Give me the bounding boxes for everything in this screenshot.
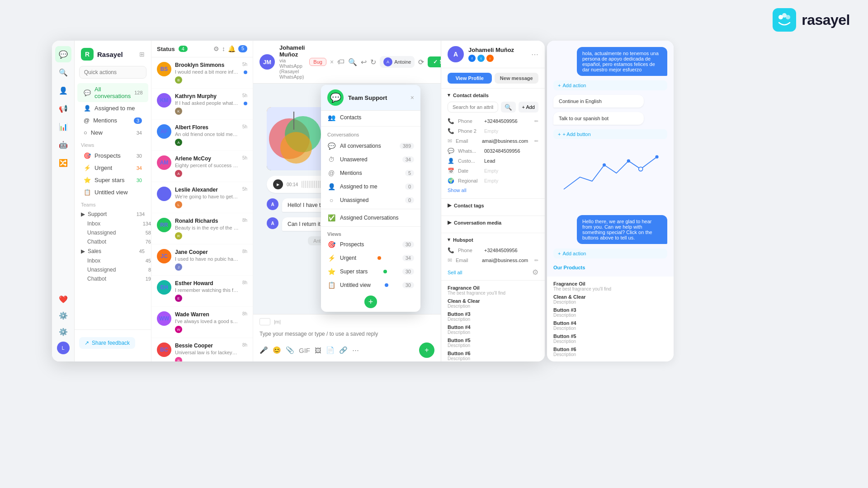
bell-icon[interactable]: 🔔 <box>228 45 236 52</box>
popup-all-conversations[interactable]: 💬 All conversations 389 <box>321 139 420 153</box>
chat-header-info: Johameli Muñoz via WhatsApp (Rasayel Wha… <box>279 44 305 80</box>
close-bug-icon[interactable]: × <box>330 58 334 66</box>
gif-icon[interactable]: GIF <box>299 347 310 354</box>
svg-point-9 <box>603 164 606 167</box>
sidebar-team-support[interactable]: ▶ Support 134 <box>75 209 151 219</box>
chart-area <box>553 144 667 211</box>
doc-icon[interactable]: 📄 <box>326 346 335 354</box>
conversation-item[interactable]: JC Jane Cooper I used to have no pubic h… <box>151 244 253 276</box>
view-profile-button[interactable]: View Profile <box>448 73 492 84</box>
popup-contacts-item[interactable]: 👥 Contacts <box>321 111 420 124</box>
popup-add-button[interactable]: + <box>364 296 377 308</box>
popup-assigned-conversations[interactable]: ✅ Assigned Conversations <box>321 211 420 225</box>
user-avatar[interactable]: L <box>57 342 70 354</box>
popup-view-superstars[interactable]: ⭐ Super stars 30 <box>321 265 420 278</box>
sidebar-nav-new[interactable]: ○ New 34 <box>77 127 148 139</box>
attr-search-input[interactable] <box>448 102 498 113</box>
conversation-item[interactable]: EH Esther Howard I remember watching thi… <box>151 276 253 307</box>
sidebar-search-input[interactable] <box>79 66 146 79</box>
right-action-btn-1[interactable]: + Add action <box>553 80 667 90</box>
popup-view-urgent[interactable]: ⚡ Urgent 34 <box>321 251 420 265</box>
conversation-item[interactable]: AM Arlene McCoy Eighty percent of succes… <box>151 151 253 182</box>
refresh-icon[interactable]: ↻ <box>370 58 376 66</box>
hubspot-settings-icon[interactable]: ⚙ <box>532 268 538 277</box>
popup-view-prospects[interactable]: 🎯 Prospects 30 <box>321 238 420 251</box>
more-icon[interactable]: ⋯ <box>352 346 359 354</box>
popup-unanswered[interactable]: ⏱ Unaswered 34 <box>321 153 420 166</box>
product-3-desc: Description <box>448 317 538 322</box>
message-input[interactable] <box>259 328 434 340</box>
sidebar-view-urgent[interactable]: ⚡ Urgent 34 <box>77 162 148 174</box>
nav-heart-icon[interactable]: ❤️ <box>55 291 71 307</box>
sidebar-support-inbox[interactable]: Inbox 134 <box>75 219 151 228</box>
nav-grid-icon[interactable]: ⚙️ <box>55 307 71 324</box>
play-button[interactable]: ▶ <box>273 179 283 189</box>
conversation-item[interactable]: RR Ronald Richards Beauty is in the eye … <box>151 213 253 244</box>
popup-view-untitled[interactable]: 📋 Untitled view 30 <box>321 278 420 292</box>
edit-email-icon[interactable]: ✏ <box>534 138 538 144</box>
hubspot-edit-icon[interactable]: ✏ <box>534 258 538 263</box>
mic-icon[interactable]: 🎤 <box>259 346 268 354</box>
conversation-item[interactable]: BS Brooklyn Simmons I would need a bit m… <box>151 57 253 89</box>
sidebar-sales-chatbot[interactable]: Chatbot 19 <box>75 274 151 283</box>
hubspot-header[interactable]: ▾ Hubspot <box>448 237 538 243</box>
sidebar-nav-mentions[interactable]: @ Mentions 3 <box>77 114 148 127</box>
popup-close-button[interactable]: × <box>410 94 414 101</box>
send-button[interactable]: + <box>419 343 434 358</box>
nav-flows-icon[interactable]: 🔀 <box>55 155 71 171</box>
nav-chat-icon[interactable]: 💬 <box>55 46 71 62</box>
nav-search-icon[interactable]: 🔍 <box>55 64 71 80</box>
assign-icon[interactable]: ⟳ <box>418 58 424 66</box>
emoji-icon[interactable]: 😊 <box>273 346 281 354</box>
mentions-label: Mentions <box>93 117 117 124</box>
sort-icon[interactable]: ↕ <box>222 45 225 52</box>
tag-icon[interactable]: 🏷 <box>337 58 344 66</box>
search-attr-button[interactable]: 🔍 <box>501 102 516 113</box>
show-all-link[interactable]: Show all <box>448 186 538 195</box>
popup-assigned-to-me[interactable]: 👤 Assigned to me 0 <box>321 180 420 193</box>
loop-icon[interactable]: ↩ <box>361 58 367 66</box>
sidebar-sales-unassigned[interactable]: Unassigned 8 <box>75 265 151 274</box>
sidebar-view-untitled[interactable]: 📋 Untitled view <box>77 186 148 198</box>
filter-icon[interactable]: ⚙ <box>213 45 219 52</box>
right-action-btn-2[interactable]: + + Add button <box>553 129 667 139</box>
right-action-btn-3[interactable]: + Add action <box>553 249 667 258</box>
popup-mentions[interactable]: @ Mentions 5 <box>321 166 420 180</box>
sidebar-team-sales[interactable]: ▶ Sales 45 <box>75 246 151 256</box>
conversation-item[interactable]: KM Kathryn Murphy If I had asked people … <box>151 89 253 120</box>
agent-selector[interactable]: A Antoine <box>380 56 415 68</box>
conversation-item[interactable]: AF Albert Flores An old friend once told… <box>151 120 253 151</box>
search-chat-icon[interactable]: 🔍 <box>348 58 357 66</box>
attachment-icon[interactable]: 📎 <box>286 346 294 354</box>
edit-icon[interactable]: ✏ <box>534 118 538 124</box>
assigned-me-popup-count: 0 <box>405 183 414 190</box>
image-icon[interactable]: 🖼 <box>315 347 321 354</box>
sidebar-nav-all-conversations[interactable]: 💬 All conversations 128 <box>77 83 148 102</box>
popup-unassigned[interactable]: ○ Unassigned 0 <box>321 193 420 207</box>
conv-avatar: WW <box>157 311 171 326</box>
nav-analytics-icon[interactable]: 📊 <box>55 118 71 135</box>
nav-broadcast-icon[interactable]: 📢 <box>55 100 71 117</box>
conversation-item[interactable]: LA Leslie Alexander We're going to have … <box>151 182 253 213</box>
new-message-button[interactable]: New message <box>495 73 539 84</box>
link-icon[interactable]: 🔗 <box>339 346 348 354</box>
contact-more-icon[interactable]: ⋯ <box>531 50 538 59</box>
nav-settings-icon[interactable]: ⚙️ <box>55 324 71 340</box>
conversation-item[interactable]: BC Bessie Cooper Universal law is for la… <box>151 338 253 361</box>
nav-bot-icon[interactable]: 🤖 <box>55 136 71 153</box>
sidebar-nav-assigned-to-me[interactable]: 👤 Assigned to me <box>77 102 148 114</box>
contact-tags-title[interactable]: ▶ Contact tags <box>448 202 538 208</box>
nav-contacts-icon[interactable]: 👤 <box>55 82 71 99</box>
sidebar-support-chatbot[interactable]: Chatbot 76 <box>75 237 151 246</box>
sidebar-view-superstars[interactable]: ⭐ Super stars 30 <box>77 174 148 186</box>
conversation-item[interactable]: WW Wade Warren I've always loved a good … <box>151 307 253 338</box>
sidebar-sales-inbox[interactable]: Inbox 45 <box>75 256 151 265</box>
bug-tag[interactable]: Bug <box>309 58 326 66</box>
sidebar-support-unassigned[interactable]: Unassigned 58 <box>75 228 151 237</box>
sidebar-view-prospects[interactable]: 🎯 Prospects 30 <box>77 150 148 162</box>
conv-media-title[interactable]: ▶ Conversation media <box>448 220 538 225</box>
sell-all-link[interactable]: Sell all <box>448 270 462 275</box>
add-attr-button[interactable]: + Add <box>519 102 538 113</box>
format-toggle[interactable] <box>259 318 270 325</box>
share-feedback-button[interactable]: ↗ Share feedback <box>79 337 135 349</box>
